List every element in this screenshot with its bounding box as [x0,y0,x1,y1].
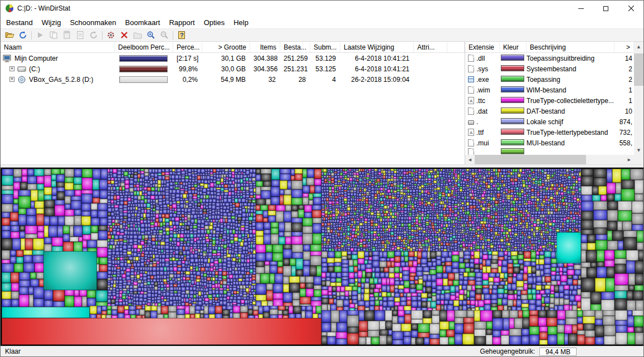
report-button[interactable] [74,30,87,41]
list-item[interactable]: .exe Toepassing 2 [465,74,634,85]
list-item[interactable]: .sys Systeembestand 2 [465,63,634,74]
dir-files: 251.259 [280,55,310,62]
reload-button[interactable] [87,30,100,41]
extension-value: 732, [614,129,634,136]
list-item[interactable]: .ttf TrueType-lettertypebestand 732, [465,127,634,138]
folder-button[interactable] [131,30,144,41]
resume-button[interactable] [33,30,47,41]
table-row[interactable]: + (C:) 99,8% 30,0 GB 304.356 251.231 53.… [1,63,465,74]
cd-icon [17,76,26,84]
table-row[interactable]: + VBox_GAs_5.2.8 (D:) 0,2% 54,9 MB 32 28… [1,74,465,85]
drive-icon [468,120,474,125]
window-title: C:|D: - WinDirStat [17,4,70,12]
list-item[interactable] [465,148,634,155]
copy-button[interactable] [47,30,60,41]
open-folder-icon [5,31,14,40]
dir-size: 30,1 GB [202,55,250,62]
memory-usage: Geheugengebruik: 94,4 MB [480,348,577,356]
zoom-out-button[interactable] [158,30,171,41]
color-swatch [501,76,524,82]
refresh-all-button[interactable] [16,30,30,41]
scroll-up-icon[interactable]: ▲ [634,42,643,51]
maximize-button[interactable] [593,1,618,16]
menu-boomkaart[interactable]: Boomkaart [121,17,165,28]
extension-label: .mui [476,139,489,147]
column-header-submappen[interactable]: Subm... [310,42,340,52]
extension-description: Toepassing [526,76,614,84]
color-swatch [501,148,524,154]
menu-help[interactable]: Help [229,17,253,28]
table-row[interactable]: Mijn Computer [2:17 s] 30,1 GB 304.388 2… [1,53,465,63]
column-header-laatste-wijziging[interactable]: Laatste Wijziging [340,42,414,52]
column-header-bestanden[interactable]: Besta... [280,42,310,52]
dir-items: 304.356 [250,65,280,73]
menu-wijzig[interactable]: Wijzig [37,17,66,28]
open-folder-button[interactable] [3,30,16,41]
list-item[interactable]: . Lokale schijf 874, [465,116,634,127]
menu-rapport[interactable]: Rapport [164,17,199,28]
menu-bestand[interactable]: Bestand [2,17,37,28]
expander-icon[interactable]: + [9,77,14,82]
zoom-in-button[interactable] [144,30,158,41]
report-icon [76,31,85,40]
menu-schoonmaken[interactable]: Schoonmaken [65,17,120,28]
file-icon [468,139,474,146]
dir-files: 28 [280,76,310,84]
extension-value: 10 [614,107,634,115]
scroll-down-icon[interactable]: ▼ [634,145,643,155]
minimize-button[interactable] [568,1,593,16]
dir-subdirs: 4 [310,76,340,84]
horizontal-scroll-track[interactable] [475,155,625,164]
directory-header: Naam Deelboom Perc... Perce... > Grootte… [1,42,465,53]
scroll-left-icon[interactable]: ◀ [465,155,475,164]
column-header-bytes[interactable]: > [614,42,634,52]
toolbar-separator [31,31,32,40]
reload-icon [89,31,98,40]
list-item[interactable]: .dll Toepassingsuitbreiding 14 [465,53,634,63]
color-swatch [501,107,524,114]
horizontal-scroll-thumb[interactable] [475,155,586,164]
cleanup-button[interactable] [104,30,118,41]
titlebar[interactable]: C:|D: - WinDirStat [1,1,643,16]
column-header-attributen[interactable]: Attri... [414,42,447,52]
column-header-grootte[interactable]: > Grootte [202,42,250,52]
extension-description: DAT-bestand [526,107,614,115]
close-button[interactable] [618,1,643,16]
scroll-right-icon[interactable]: ▶ [625,155,634,164]
list-item[interactable]: .ttc TrueType-collectielettertype... 1 [465,95,634,106]
extension-pane: Extensie Kleur Beschrijving > .dll Toepa… [465,42,643,164]
memory-label: Geheugengebruik: [480,348,535,355]
horizontal-scrollbar[interactable]: ◀ ▶ [465,155,634,164]
paste-button[interactable] [60,30,74,41]
app-icon [5,4,14,13]
color-swatch [501,97,524,103]
dir-modified: 26-2-2018 15:09:04 [340,76,414,84]
dir-size: 30,0 GB [202,65,250,73]
list-item[interactable]: .wim WIM-bestand 1 [465,85,634,95]
column-header-filler [447,42,465,52]
column-header-extensie[interactable]: Extensie [465,42,500,52]
delete-button[interactable] [118,30,131,41]
column-header-deelboom[interactable]: Deelboom Perc... [115,42,173,52]
color-swatch [501,139,524,145]
zoom-out-icon [160,31,169,40]
column-header-beschrijving[interactable]: Beschrijving [526,42,614,52]
vertical-scrollbar[interactable]: ▲ ▼ [634,42,643,155]
list-item[interactable]: .mui MUI-bestand 558, [465,138,634,148]
column-header-kleur[interactable]: Kleur [500,42,526,52]
list-item[interactable]: .dat DAT-bestand 10 [465,106,634,116]
column-header-percentage[interactable]: Perce... [173,42,202,52]
maximize-icon [603,6,608,11]
column-header-naam[interactable]: Naam [1,42,115,52]
help-button[interactable]: ? [175,30,188,41]
column-header-items[interactable]: Items [250,42,280,52]
computer-icon [3,55,12,62]
vertical-scroll-track[interactable] [634,51,643,145]
treemap-canvas[interactable] [2,169,643,345]
vertical-scroll-thumb[interactable] [634,53,643,86]
color-swatch [501,129,524,135]
file-icon [468,55,474,62]
extension-label: .dll [476,55,485,62]
menu-opties[interactable]: Opties [199,17,230,28]
expander-icon[interactable]: + [9,66,14,71]
